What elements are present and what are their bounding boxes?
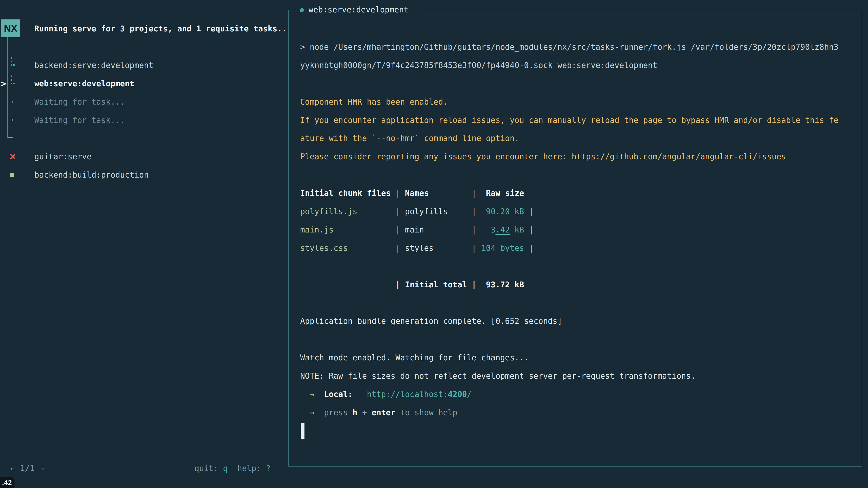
success-square-icon bbox=[10, 173, 14, 177]
status-dot-icon: ● bbox=[300, 2, 304, 17]
text-segment bbox=[400, 280, 405, 289]
output-panel-title: ●web:serve:development bbox=[296, 2, 421, 17]
terminal-line: → Local: http://localhost:4200/ bbox=[300, 385, 472, 403]
terminal-line: main.js | main | 3.42 kB | bbox=[300, 221, 534, 239]
help-key: ? bbox=[266, 464, 271, 473]
text-segment: > node /Users/mhartington/Github/guitars… bbox=[300, 42, 838, 52]
text-segment bbox=[348, 243, 396, 253]
text-segment bbox=[367, 408, 372, 417]
text-segment: main bbox=[405, 225, 424, 234]
prev-page-arrow-icon[interactable]: ← bbox=[11, 464, 16, 473]
text-segment bbox=[429, 189, 472, 198]
waiting-dot-icon bbox=[12, 101, 13, 103]
text-segment bbox=[524, 225, 529, 234]
text-segment: to show help bbox=[396, 408, 458, 417]
task-item-waiting-for-task[interactable]: Waiting for task... bbox=[0, 111, 271, 129]
terminal-line: If you encounter application reload issu… bbox=[300, 111, 838, 129]
text-segment: → bbox=[310, 408, 314, 417]
help-hint-label: help: bbox=[228, 464, 266, 473]
text-segment bbox=[424, 225, 472, 234]
text-segment: | bbox=[472, 207, 476, 216]
text-segment bbox=[434, 243, 472, 253]
text-segment bbox=[448, 207, 471, 216]
text-segment: | bbox=[395, 225, 400, 234]
terminal-line: polyfills.js | polyfills | 90.20 kB | bbox=[300, 202, 534, 221]
text-segment: 90.20 kB bbox=[486, 207, 524, 216]
keyboard-hints: quit: q help: ? bbox=[194, 459, 271, 477]
text-segment bbox=[300, 390, 310, 399]
task-item-web-serve-development[interactable]: >web:serve:development bbox=[0, 74, 271, 93]
task-tree-corner bbox=[7, 137, 13, 138]
text-segment: polyfills.js bbox=[300, 207, 358, 216]
terminal-line: | Initial total | 93.72 kB bbox=[300, 275, 524, 294]
text-segment bbox=[524, 243, 529, 253]
text-segment bbox=[391, 189, 395, 198]
pager: ← 1/1 → bbox=[11, 459, 44, 477]
task-label: Waiting for task... bbox=[34, 93, 125, 111]
text-segment bbox=[400, 243, 405, 253]
task-item-guitar-serve[interactable]: guitar:serve bbox=[0, 148, 271, 166]
text-segment: yyknnbtgh0000gn/T/9f4c243785f8453e3f00/f… bbox=[300, 61, 657, 70]
terminal-line: styles.css | styles | 104 bytes | bbox=[300, 239, 534, 257]
task-label: backend:serve:development bbox=[34, 56, 153, 74]
text-segment: + bbox=[362, 408, 367, 417]
task-label: Waiting for task... bbox=[34, 111, 125, 129]
page-indicator bbox=[16, 464, 20, 473]
text-segment: kB bbox=[510, 225, 524, 234]
text-segment bbox=[314, 390, 324, 399]
text-segment: polyfills bbox=[405, 207, 448, 216]
text-segment bbox=[476, 207, 486, 216]
text-segment: Local: bbox=[324, 390, 352, 399]
task-item-waiting-for-task[interactable]: Waiting for task... bbox=[0, 93, 271, 111]
text-segment: Component HMR has been enabled. bbox=[300, 97, 448, 106]
text-segment: 104 bytes bbox=[481, 243, 524, 253]
terminal-line: Watch mode enabled. Watching for file ch… bbox=[300, 349, 529, 367]
local-url-link[interactable]: http://localhost: bbox=[367, 390, 448, 399]
terminal-line: Component HMR has been enabled. bbox=[300, 93, 448, 111]
task-label: web:serve:development bbox=[34, 74, 134, 93]
text-segment: styles.css bbox=[300, 243, 348, 253]
terminal-cursor bbox=[301, 423, 305, 439]
text-segment: | bbox=[472, 280, 476, 289]
text-segment: | bbox=[529, 207, 534, 216]
panel-title-text: web:serve:development bbox=[309, 5, 409, 14]
text-segment: | bbox=[395, 207, 400, 216]
text-segment bbox=[300, 280, 395, 289]
text-segment: Raw size bbox=[486, 189, 524, 198]
text-segment: Watch mode enabled. Watching for file ch… bbox=[300, 353, 529, 362]
text-segment bbox=[314, 408, 324, 417]
terminal-line: Application bundle generation complete. … bbox=[300, 312, 562, 330]
text-segment: .42 bbox=[495, 225, 510, 234]
text-segment: ature with the `--no-hmr` command line o… bbox=[300, 134, 519, 143]
text-segment bbox=[400, 207, 405, 216]
task-item-backend-build-production[interactable]: backend:build:production bbox=[0, 166, 271, 184]
text-segment: h bbox=[352, 408, 358, 417]
text-segment: | bbox=[529, 243, 534, 253]
text-segment: Initial chunk files bbox=[300, 189, 391, 198]
next-page-arrow-icon[interactable]: → bbox=[39, 464, 44, 473]
text-segment: | bbox=[395, 243, 400, 253]
task-item-backend-serve-development[interactable]: backend:serve:development bbox=[0, 56, 271, 74]
text-segment: | bbox=[472, 243, 476, 253]
text-segment: 93.72 kB bbox=[486, 280, 524, 289]
waiting-dot-icon bbox=[12, 119, 13, 121]
quit-key: q bbox=[223, 464, 228, 473]
run-summary-header: Running serve for 3 projects, and 1 requ… bbox=[34, 20, 287, 38]
running-spinner-icon bbox=[11, 57, 15, 66]
quit-hint-label: quit: bbox=[194, 464, 223, 473]
terminal-line: > node /Users/mhartington/Github/guitars… bbox=[300, 38, 838, 56]
text-segment bbox=[352, 390, 367, 399]
local-url-slash[interactable]: / bbox=[467, 390, 472, 399]
text-segment: main.js bbox=[300, 225, 334, 234]
text-segment bbox=[467, 280, 472, 289]
page-indicator-label: 1/1 bbox=[20, 464, 34, 473]
text-segment bbox=[476, 280, 486, 289]
text-segment: enter bbox=[372, 408, 395, 417]
selected-caret-icon: > bbox=[1, 74, 6, 93]
terminal-line: Initial chunk files | Names | Raw size bbox=[300, 184, 524, 202]
text-segment bbox=[400, 189, 405, 198]
text-segment bbox=[358, 408, 362, 417]
text-segment: press bbox=[324, 408, 352, 417]
pager-space bbox=[34, 464, 39, 473]
local-url-port[interactable]: 4200 bbox=[448, 390, 467, 399]
